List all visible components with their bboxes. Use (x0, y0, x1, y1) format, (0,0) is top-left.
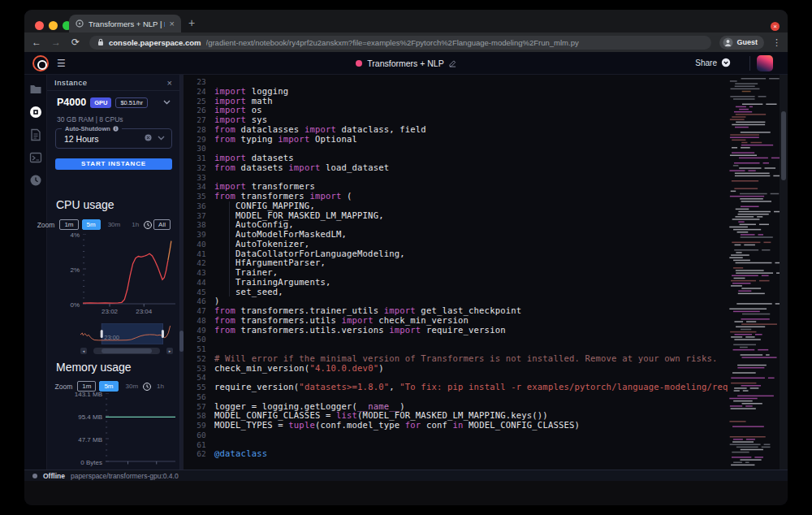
code-token: import (278, 135, 309, 145)
code-line[interactable]: 60 (184, 431, 728, 440)
machine-selector[interactable]: P4000 GPU $0.51/hr (57, 97, 171, 108)
app-header: ☰ Transformers + NLP Share (24, 52, 788, 75)
scroll-thumb[interactable] (102, 348, 152, 353)
status-bar: Offline paperspace/transformers-gpu:0.4.… (24, 470, 788, 481)
line-number: 32 (184, 163, 206, 173)
code-line[interactable]: 53check_min_version("4.10.0.dev0") (184, 364, 728, 374)
editor-minimap[interactable] (728, 75, 780, 470)
code-token: from (214, 125, 235, 135)
code-token: AutoTokenizer, (214, 240, 309, 249)
brush-handle[interactable] (101, 330, 103, 338)
browser-tab[interactable]: Transformers + NLP | Paperspa × (69, 15, 181, 32)
y-tick-label: 2% (70, 266, 80, 274)
code-line[interactable]: 39 AutoModelForMaskedLM, (184, 230, 728, 240)
tab-title: Transformers + NLP | Paperspa (89, 19, 165, 28)
code-line[interactable]: 40 AutoTokenizer, (184, 240, 728, 249)
code-line[interactable]: 31import datasets (184, 154, 728, 163)
y-tick-label: 95.4 MB (78, 413, 102, 421)
zoom-option-30m[interactable]: 30m (122, 382, 143, 391)
svg-text:23:02: 23:02 (102, 308, 119, 315)
code-editor[interactable]: 2324import logging25import math26import … (184, 75, 728, 470)
brush-handle[interactable] (162, 330, 164, 338)
code-line[interactable]: 43 Trainer, (184, 268, 728, 278)
browser-menu-icon[interactable]: ⋮ (772, 37, 781, 48)
code-line[interactable]: 55require_version("datasets>=1.8.0", "To… (184, 383, 728, 392)
code-line[interactable]: 24import logging (184, 87, 728, 97)
terminal-icon[interactable] (29, 151, 42, 164)
line-number: 24 (184, 87, 206, 97)
code-line[interactable]: 59MODEL_TYPES = tuple(conf.model_type fo… (184, 421, 728, 431)
editor-scrollbar-thumb[interactable] (781, 111, 786, 180)
code-line[interactable]: 47from transformers.trainer_utils import… (184, 306, 728, 316)
code-line[interactable]: 27import sys (184, 115, 728, 125)
edit-title-icon[interactable] (449, 60, 456, 67)
zoom-option-30m[interactable]: 30m (104, 220, 125, 229)
auto-shutdown-select[interactable]: Auto-Shutdown i 12 Hours (55, 128, 172, 149)
reload-button[interactable]: ⟳ (70, 37, 81, 48)
team-avatar[interactable] (757, 55, 773, 71)
line-number: 47 (184, 306, 206, 316)
share-chevron-icon (721, 58, 731, 67)
cpu-usage-title: CPU usage (56, 198, 114, 211)
code-line[interactable]: 48from transformers.utils import check_m… (184, 316, 728, 326)
code-line[interactable]: 51 (184, 344, 728, 354)
offline-status-dot (32, 474, 37, 478)
minimize-window-button[interactable] (49, 21, 58, 30)
project-color-dot (356, 60, 362, 67)
profile-chip[interactable]: Guest (719, 36, 764, 50)
zoom-option-1h[interactable]: 1h (127, 220, 143, 229)
code-token: "datasets>=1.8.0" (299, 383, 389, 392)
code-line[interactable]: 62@dataclass (184, 449, 728, 459)
code-line[interactable]: 32from datasets import load_dataset (184, 163, 728, 173)
tab-close-icon[interactable]: × (170, 19, 175, 28)
code-line[interactable]: 29from typing import Optional (184, 135, 728, 145)
gpu-badge: GPU (90, 97, 111, 108)
code-line[interactable]: 56 (184, 392, 728, 402)
close-window-button[interactable] (35, 21, 44, 30)
code-line[interactable]: 35from transformers import ( (184, 192, 728, 201)
editor-scrollbar[interactable] (780, 75, 788, 470)
start-instance-button[interactable]: START INSTANCE (55, 158, 172, 170)
notebook-file-icon[interactable] (29, 128, 42, 141)
code-token: AutoModelForMaskedLM, (214, 230, 347, 240)
zoom-option-All[interactable]: All (153, 219, 171, 230)
y-tick-label: 143.1 MB (75, 391, 102, 398)
zoom-option-1m[interactable]: 1m (59, 219, 78, 230)
line-number: 41 (184, 249, 206, 259)
shutdown-chevron-icon[interactable] (158, 136, 165, 141)
instance-icon[interactable] (29, 106, 42, 119)
line-number: 51 (184, 344, 206, 354)
url-bar[interactable]: console.paperspace.com/gradient-next/not… (89, 36, 711, 50)
scroll-left-icon[interactable]: ◂ (80, 348, 87, 354)
forward-button[interactable]: → (50, 37, 62, 48)
code-line[interactable]: 49from transformers.utils.versions impor… (184, 326, 728, 335)
scroll-track[interactable] (93, 348, 160, 354)
share-button[interactable]: Share (695, 58, 731, 67)
code-token: "To fix: pip install -r examples/pytorch… (400, 383, 728, 392)
line-number: 44 (184, 278, 206, 288)
code-line[interactable]: 28from dataclasses import dataclass, fie… (184, 125, 728, 135)
back-button[interactable]: ← (31, 37, 42, 48)
code-line[interactable]: 36 CONFIG_MAPPING, (184, 201, 728, 211)
panel-title: Instance (54, 78, 167, 87)
code-line[interactable]: 44 TrainingArguments, (184, 278, 728, 288)
history-clock-icon[interactable] (29, 174, 42, 187)
zoom-option-5m[interactable]: 5m (82, 219, 101, 230)
code-line[interactable]: 50 (184, 335, 728, 344)
panel-close-icon[interactable]: × (167, 78, 172, 88)
code-line[interactable]: 52# Will error if the minimal version of… (184, 354, 728, 364)
code-token: get_last_checkpoint (416, 306, 521, 316)
memory-usage-title: Memory usage (56, 361, 132, 374)
files-icon[interactable] (29, 83, 42, 96)
clear-icon[interactable] (145, 134, 152, 141)
code-line[interactable]: 45 set_seed, (184, 288, 728, 297)
line-number: 23 (184, 77, 206, 87)
line-number: 52 (184, 354, 206, 364)
code-line[interactable]: 23 (184, 77, 728, 87)
scroll-right-icon[interactable]: ▸ (166, 348, 173, 354)
y-tick-label: 0 Bytes (80, 459, 102, 466)
new-tab-button[interactable]: + (188, 16, 195, 29)
machine-chevron-icon[interactable] (163, 100, 171, 105)
zoom-option-1h[interactable]: 1h (153, 382, 168, 391)
code-line[interactable]: 25import math (184, 97, 728, 106)
